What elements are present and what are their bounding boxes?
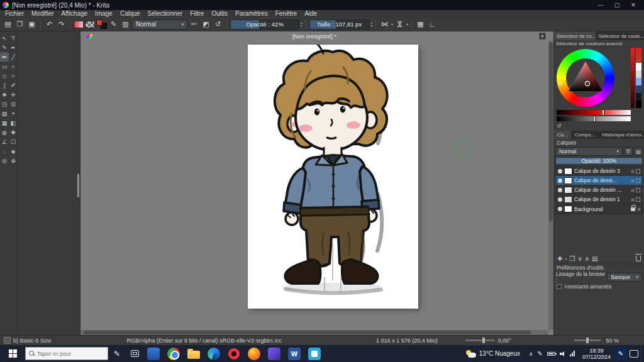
- vertical-scrollbar[interactable]: [548, 41, 553, 330]
- history-swatch[interactable]: [636, 48, 641, 55]
- mirror-vertical-icon[interactable]: ⋈: [394, 19, 405, 30]
- menu-image[interactable]: Image: [91, 10, 116, 18]
- taskbar-app-word[interactable]: W: [284, 345, 304, 362]
- pattern-tool[interactable]: ▦: [0, 118, 9, 128]
- inherit-alpha-icon[interactable]: [636, 169, 640, 173]
- menu-modifier[interactable]: Modifier: [28, 10, 58, 18]
- pattern-swatch[interactable]: [85, 21, 95, 28]
- brush-preset-icon[interactable]: [4, 337, 11, 344]
- close-button[interactable]: ✕: [625, 0, 641, 10]
- layer-filter-icon[interactable]: ∇: [624, 147, 633, 156]
- tray-chevron-up-icon[interactable]: ∧: [529, 351, 533, 357]
- calligraphy-tool[interactable]: ✒: [9, 43, 18, 52]
- tab-calques[interactable]: Ca...: [554, 131, 572, 139]
- zoom-slider-knob[interactable]: [586, 337, 589, 343]
- battery-icon[interactable]: [547, 352, 555, 356]
- brush-editor-icon[interactable]: ✎: [108, 19, 119, 30]
- taskbar-app-opera[interactable]: [224, 345, 244, 362]
- assistants-checkbox[interactable]: [557, 284, 562, 289]
- assistants-tool[interactable]: ✚: [9, 128, 18, 137]
- pan-tool[interactable]: ⊕: [9, 156, 18, 165]
- fill-tool[interactable]: ◧: [9, 118, 18, 128]
- mirror-horizontal-icon[interactable]: ⋈: [379, 19, 390, 30]
- text-tool[interactable]: T: [9, 33, 18, 43]
- color-sampler-tool[interactable]: ⌖: [9, 109, 18, 118]
- transform-mesh-tool[interactable]: ◳: [0, 99, 9, 109]
- tab-compositions[interactable]: Compo...: [572, 131, 599, 139]
- rotation-slider[interactable]: [465, 339, 494, 341]
- inherit-alpha-icon[interactable]: [636, 178, 640, 183]
- select-polygon-tool[interactable]: ◈: [9, 146, 18, 156]
- canvas-area[interactable]: [Non enregistré] * ✕: [80, 31, 553, 335]
- layer-view-options-icon[interactable]: ▤: [634, 147, 643, 156]
- edit-shapes-tool[interactable]: ✎: [0, 43, 9, 52]
- history-swatch[interactable]: [636, 55, 641, 63]
- volume-icon[interactable]: [560, 351, 565, 357]
- menu-outils[interactable]: Outils: [208, 10, 231, 18]
- opacity-spinner[interactable]: ▴▾: [301, 19, 303, 30]
- taskbar-app-remote[interactable]: [143, 345, 164, 362]
- zoom-slider[interactable]: [574, 339, 601, 341]
- ellipse-tool[interactable]: ○: [9, 62, 18, 71]
- bezier-tool[interactable]: ∫: [0, 80, 9, 90]
- tray-app-icon[interactable]: ✎: [614, 348, 627, 360]
- search-input[interactable]: [37, 351, 104, 357]
- visibility-eye-icon[interactable]: [558, 178, 562, 183]
- workspace-chooser-icon[interactable]: ▥: [120, 19, 131, 30]
- select-rect-tool[interactable]: ☐: [9, 137, 18, 146]
- action-center-icon[interactable]: [630, 350, 638, 358]
- delete-layer-icon[interactable]: [636, 256, 641, 261]
- alpha-icon[interactable]: α: [631, 178, 634, 184]
- layer-row-selected[interactable]: Calque de dessi... α: [556, 176, 642, 185]
- add-layer-icon[interactable]: ✚: [557, 255, 562, 262]
- alpha-icon[interactable]: α: [631, 168, 634, 174]
- new-document-icon[interactable]: ▤: [3, 19, 13, 30]
- inherit-alpha-icon[interactable]: [636, 197, 640, 202]
- reload-preset-icon[interactable]: ↺: [213, 19, 223, 30]
- spin-down-icon[interactable]: ▾: [371, 25, 373, 28]
- move-tool[interactable]: ✛: [9, 90, 18, 99]
- taskbar-app-explorer[interactable]: [184, 345, 204, 362]
- menu-fichier[interactable]: Fichier: [1, 10, 28, 18]
- layer-row[interactable]: Calque de dessin 1 α: [556, 195, 642, 204]
- alpha-icon[interactable]: α: [637, 206, 640, 212]
- menu-affichage[interactable]: Affichage: [58, 10, 92, 18]
- select-ellipse-tool[interactable]: ◌: [0, 146, 9, 156]
- minimize-button[interactable]: —: [592, 0, 609, 10]
- freehand-brush-tool[interactable]: ✏: [0, 52, 9, 62]
- visibility-eye-icon[interactable]: [558, 207, 562, 211]
- taskbar-app-chrome[interactable]: [164, 345, 184, 362]
- brush-size-slider[interactable]: Taille : 107,81 px: [309, 19, 370, 30]
- inherit-alpha-icon[interactable]: [636, 188, 640, 192]
- alpha-icon[interactable]: α: [631, 197, 634, 202]
- foreground-color[interactable]: [96, 19, 103, 26]
- shade-slider-1[interactable]: [557, 110, 631, 115]
- history-swatch[interactable]: [636, 85, 641, 93]
- taskbar-app-blue[interactable]: [304, 345, 325, 362]
- chevron-down-icon[interactable]: ▾: [391, 22, 393, 26]
- layer-blend-dropdown[interactable]: Normal ▾: [555, 147, 623, 156]
- history-swatch[interactable]: [636, 93, 641, 101]
- task-view-button[interactable]: [126, 345, 143, 362]
- transform-tool[interactable]: ↖: [0, 33, 9, 43]
- history-swatch[interactable]: [636, 63, 641, 70]
- menu-aide[interactable]: Aide: [301, 10, 321, 18]
- taskbar-search[interactable]: [25, 347, 108, 360]
- taskbar-clock[interactable]: 18:39 07/12/2024: [579, 345, 614, 362]
- menu-parametres[interactable]: Paramètres: [231, 10, 272, 18]
- alpha-icon[interactable]: α: [631, 187, 634, 193]
- document-canvas[interactable]: [248, 45, 418, 309]
- crop-tool[interactable]: ⊡: [9, 99, 18, 109]
- open-document-icon[interactable]: ❐: [14, 19, 25, 30]
- eraser-mode-icon[interactable]: ◩: [201, 19, 211, 30]
- horizontal-scrollbar[interactable]: [80, 330, 548, 335]
- visibility-eye-icon[interactable]: [558, 197, 562, 202]
- weather-widget[interactable]: 13°C Nuageux: [461, 345, 525, 362]
- menu-selectionner[interactable]: Sélectionner: [144, 10, 187, 18]
- zoom-tool[interactable]: ◎: [0, 156, 9, 165]
- menu-fenetre[interactable]: Fenêtre: [272, 10, 301, 18]
- visibility-eye-icon[interactable]: [558, 188, 562, 192]
- lock-icon[interactable]: [631, 207, 635, 211]
- tray-pen-icon[interactable]: ✎: [538, 350, 543, 357]
- show-desktop-button[interactable]: [641, 345, 644, 362]
